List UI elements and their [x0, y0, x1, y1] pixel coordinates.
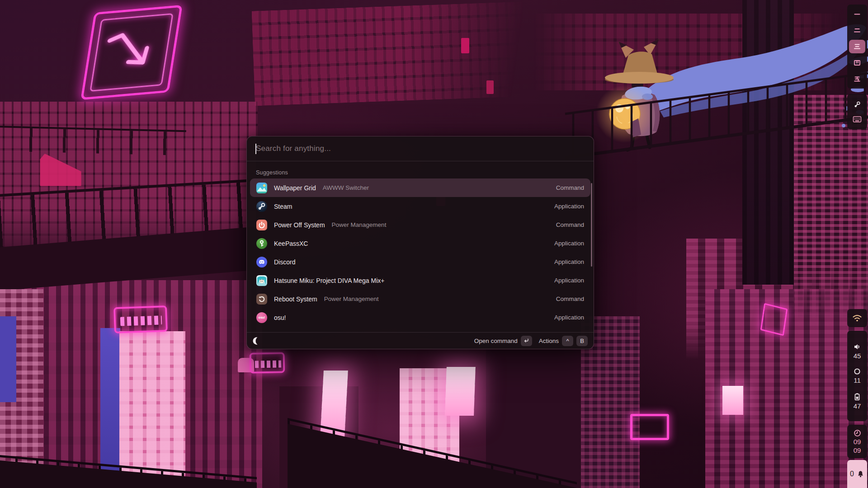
- list-item-reboot[interactable]: Reboot System Power Management Command: [250, 290, 590, 308]
- workspace-item-5[interactable]: [849, 72, 865, 86]
- neon-sign: [760, 303, 788, 336]
- keyboard-icon[interactable]: [853, 116, 862, 123]
- open-command-label: Open command: [474, 338, 518, 344]
- return-key-icon: [523, 338, 529, 344]
- actions-label: Actions: [539, 338, 559, 344]
- item-type: Application: [554, 203, 584, 210]
- open-command-button[interactable]: Open command: [474, 336, 532, 346]
- power-off-icon: [256, 220, 267, 230]
- clock-minute: 09: [854, 446, 861, 455]
- neon-sign-glyphs: [255, 360, 281, 368]
- workspace-item-4[interactable]: [849, 56, 865, 70]
- workspace-item-3-active[interactable]: [849, 40, 865, 53]
- osu-icon-text: osu!: [256, 312, 267, 323]
- discord-icon: [256, 257, 267, 267]
- brightness-indicator[interactable]: 11: [853, 367, 861, 384]
- neon-sign: [250, 352, 285, 373]
- volume-indicator[interactable]: 45: [853, 343, 862, 360]
- keepassxc-icon: [256, 238, 267, 249]
- suggestions-header: Suggestions: [256, 169, 288, 176]
- item-title: KeePassXC: [274, 240, 308, 247]
- workspace-item-1[interactable]: [849, 7, 865, 21]
- railing-posts: [0, 127, 186, 155]
- workspace-icon-one: [853, 10, 861, 18]
- building-face: [0, 316, 16, 402]
- neon-sign-glyphs: [120, 315, 162, 326]
- workspace-icon-five: [853, 75, 861, 83]
- list-item-osu[interactable]: osu! osu! Application: [250, 308, 590, 327]
- text-caret: [255, 144, 256, 154]
- clock-hour: 09: [854, 438, 861, 446]
- wifi-icon: [852, 314, 862, 322]
- list-item-wallpaper-grid[interactable]: Wallpaper Grid AWWW Switcher Command: [250, 178, 590, 197]
- neon-arrow-sign: [80, 5, 183, 100]
- workspace-icon-four: [853, 59, 861, 67]
- battery-icon: [853, 392, 861, 401]
- clock-icon: [853, 429, 862, 437]
- workspace-switcher: [847, 5, 867, 89]
- brightness-value: 11: [854, 376, 861, 384]
- item-subtitle: Power Management: [332, 221, 387, 228]
- steam-tray-icon[interactable]: [853, 100, 862, 109]
- hat-brim: [605, 72, 674, 84]
- item-type: Command: [556, 296, 584, 302]
- actions-button[interactable]: Actions ^ B: [539, 336, 588, 346]
- item-type: Application: [554, 277, 584, 284]
- steam-icon: [256, 201, 267, 212]
- moon-icon[interactable]: [253, 337, 261, 345]
- scrollbar-thumb[interactable]: [591, 183, 592, 267]
- item-type: Application: [554, 240, 584, 247]
- bright-tile: [461, 38, 469, 53]
- notification-widget[interactable]: 0: [847, 460, 867, 488]
- launcher-panel: Suggestions Wallpaper Grid AWWW Switcher…: [246, 136, 594, 349]
- item-title: Power Off System: [274, 221, 325, 229]
- neon-sign: [630, 414, 669, 440]
- notification-count: 0: [850, 470, 854, 478]
- item-type: Application: [554, 258, 584, 265]
- miku-icon: [256, 275, 267, 286]
- list-item-discord[interactable]: Discord Application: [250, 253, 590, 271]
- wifi-indicator[interactable]: [847, 309, 867, 327]
- circle-icon: [853, 367, 861, 375]
- item-title: Wallpaper Grid: [274, 184, 316, 192]
- item-type: Command: [556, 221, 584, 228]
- battery-indicator[interactable]: 47: [853, 392, 861, 410]
- b-keycap: B: [576, 336, 588, 346]
- item-type: Application: [554, 314, 584, 321]
- workspace-icon-two: [853, 26, 861, 34]
- neon-sign: [113, 305, 168, 333]
- search-bar: [247, 136, 594, 161]
- list-item-power-off[interactable]: Power Off System Power Management Comman…: [250, 216, 590, 234]
- item-title: osu!: [274, 314, 286, 321]
- list-item-steam[interactable]: Steam Application: [250, 197, 590, 216]
- item-subtitle: Power Management: [324, 296, 379, 302]
- list-item-keepassxc[interactable]: KeePassXC Application: [250, 234, 590, 253]
- clock-widget[interactable]: 09 09: [847, 425, 867, 458]
- item-subtitle: AWWW Switcher: [323, 184, 369, 191]
- battery-value: 47: [854, 402, 861, 410]
- neon-arrow-icon: [83, 7, 180, 98]
- workspace-icon-three: [853, 42, 861, 51]
- list-item-hatsune-miku[interactable]: Hatsune Miku: Project DIVA Mega Mix+ App…: [250, 271, 590, 290]
- ctrl-keycap: ^: [562, 336, 573, 346]
- bright-tile: [486, 80, 494, 94]
- volume-value: 45: [854, 352, 861, 360]
- glowing-window: [722, 386, 743, 415]
- glowing-window: [445, 367, 476, 416]
- osu-icon: osu!: [256, 312, 267, 323]
- wallpaper-grid-icon: [256, 183, 267, 193]
- return-keycap: [521, 336, 532, 346]
- system-stats: 45 11 47: [847, 331, 867, 421]
- item-title: Hatsune Miku: Project DIVA Mega Mix+: [274, 277, 384, 284]
- item-title: Reboot System: [274, 296, 317, 303]
- workspace-item-2[interactable]: [849, 23, 865, 37]
- pink-building: [119, 331, 185, 488]
- bell-icon: [857, 470, 864, 478]
- item-title: Discord: [274, 258, 295, 266]
- search-input[interactable]: [247, 136, 594, 161]
- app-tray: [847, 94, 867, 129]
- pixel-mosaic: [252, 2, 526, 106]
- speaker-icon: [853, 343, 862, 351]
- item-title: Steam: [274, 203, 292, 210]
- launcher-footer: Open command Actions ^ B: [247, 332, 594, 349]
